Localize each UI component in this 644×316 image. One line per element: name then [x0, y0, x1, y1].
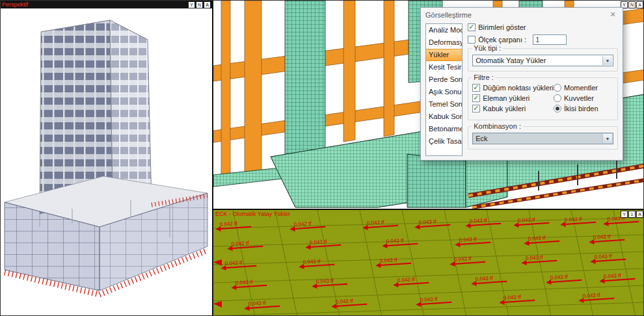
load-arrow: 0.042 tf — [294, 219, 331, 230]
load-arrow: 0.043 tf — [336, 296, 373, 307]
dialog-list-item[interactable]: Betonarme Tasar... — [426, 123, 462, 135]
filter-checkbox[interactable] — [472, 84, 480, 92]
viewport-control-icon[interactable]: Y — [621, 211, 628, 218]
filter-radio[interactable] — [554, 94, 561, 102]
dialog-titlebar[interactable]: Görselleştirme ✕ — [421, 8, 623, 21]
filter-radio-label: Kuvvetler — [564, 94, 594, 102]
load-arrow: 0.043 tf — [235, 278, 273, 288]
load-arrow: 0.043 tf — [316, 276, 353, 287]
filter-radio-column: MomentlerKuvvetlerİkisi birden — [554, 84, 613, 115]
load-arrow: 0.043 tf — [503, 293, 541, 303]
load-arrow: 0.043 tf — [386, 236, 423, 246]
filter-radio[interactable] — [554, 105, 561, 112]
load-arrow: 0.043 tf — [459, 235, 496, 245]
viewport-model-controls: YNA — [621, 1, 643, 8]
load-arrow: 0.043 tf — [454, 254, 491, 265]
load-type-label: Yük tipi : — [472, 44, 503, 52]
viewport-loads-controls: Y1A — [621, 211, 643, 218]
load-arrow: 0.043 tf — [310, 237, 347, 248]
load-type-group: Yük tipi : Otomatik Yatay Yükler ▾ — [468, 48, 618, 72]
load-arrow: 0.043 tf — [518, 215, 555, 226]
viewport-control-icon[interactable]: N — [196, 1, 203, 8]
filter-checkbox-column: Düğüm noktası yükleriEleman yükleriKabuk… — [472, 84, 554, 115]
load-arrow: 0.043 tf — [593, 232, 630, 243]
chevron-down-icon[interactable]: ▾ — [602, 134, 612, 143]
scale-factor-label: Ölçek çarpanı : — [478, 36, 526, 44]
viewport-control-icon[interactable]: Y — [188, 1, 195, 8]
load-arrow: 0.043 tf — [595, 252, 632, 262]
dialog-list-item[interactable]: Kabuk Sonuçları — [426, 111, 462, 123]
viewport-control-icon[interactable]: A — [204, 1, 211, 8]
app-window: Perspektif YNA — [0, 0, 644, 316]
filter-label: Filtre : — [472, 73, 496, 81]
viewport-control-icon[interactable]: N — [628, 1, 636, 8]
dialog-title: Görselleştirme — [425, 11, 472, 19]
viewport-loads[interactable]: 0.042 tf0.042 tf0.043 tf0.043 tf0.043 tf… — [213, 209, 644, 316]
filter-checkbox-label: Kabuk yükleri — [483, 105, 526, 112]
viewport-perspective-title: Perspektif — [2, 1, 28, 8]
show-units-checkbox[interactable] — [468, 23, 476, 31]
filter-group: Filtre : Düğüm noktası yükleriEleman yük… — [468, 77, 618, 120]
viewport-loads-title: ECK - Otomatik Yatay Yükler — [215, 211, 290, 217]
combination-value: Eck — [476, 135, 487, 142]
filter-checkbox[interactable] — [472, 105, 480, 112]
load-arrow: 0.043 tf — [565, 215, 602, 225]
load-arrow: 0.043 tf — [526, 253, 563, 263]
load-arrow: 0.043 tf — [397, 275, 435, 285]
load-arrow: 0.043 tf — [367, 218, 404, 228]
filter-checkbox-label: Düğüm noktası yükleri — [483, 84, 554, 92]
load-arrow: 0.043 tf — [528, 233, 565, 244]
load-arrow: 0.043 tf — [225, 258, 262, 269]
filter-radio-label: Momentler — [564, 84, 598, 92]
combination-label: Kombinasyon : — [472, 122, 523, 130]
viewport-perspective-titlebar: Perspektif YNA — [1, 1, 212, 8]
close-icon[interactable]: ✕ — [608, 10, 618, 19]
load-type-value: Otomatik Yatay Yükler — [476, 57, 546, 64]
viewport-control-icon[interactable]: 1 — [628, 211, 636, 218]
load-arrow: 0.043 tf — [303, 257, 340, 267]
load-arrow: 0.043 tf — [604, 271, 641, 282]
chevron-down-icon[interactable]: ▾ — [602, 56, 612, 65]
dialog-list-item[interactable]: Perde Sonuçları — [426, 73, 462, 86]
combination-group: Kombinasyon : Eck ▾ — [468, 126, 618, 150]
load-arrow: 0.043 tf — [419, 217, 456, 228]
dialog-list-item[interactable]: Deformasyon — [426, 36, 462, 49]
load-arrow: 0.042 tf — [232, 239, 269, 249]
load-arrows-layer: 0.042 tf0.042 tf0.043 tf0.043 tf0.043 tf… — [213, 210, 644, 316]
load-arrow: 0.043 tf — [380, 256, 417, 266]
filter-checkbox-label: Eleman yükleri — [483, 94, 530, 102]
dialog-list-item[interactable]: Yükler — [426, 49, 462, 61]
combination-dropdown[interactable]: Eck ▾ — [472, 133, 613, 144]
viewport-control-icon[interactable]: A — [636, 1, 643, 8]
dialog-list-item[interactable]: Kesit Tesirleri — [426, 61, 462, 73]
load-arrow: 0.043 tf — [583, 291, 620, 301]
viewport-perspective[interactable]: Perspektif YNA — [1, 1, 213, 316]
load-arrow: 0.043 tf — [470, 216, 507, 226]
viewport-perspective-controls: YNA — [188, 1, 211, 8]
load-arrow: 0.043 tf — [476, 274, 513, 284]
load-arrow: 0.043 tf — [248, 298, 286, 309]
visualization-dialog: Görselleştirme ✕ Analiz ModeliDeformasyo… — [420, 7, 623, 161]
filter-radio[interactable] — [554, 84, 561, 92]
viewport-control-icon[interactable]: A — [636, 211, 643, 218]
load-type-dropdown[interactable]: Otomatik Yatay Yükler ▾ — [472, 55, 613, 66]
show-units-label: Birimleri göster — [478, 23, 526, 31]
filter-radio-label: İkisi birden — [564, 105, 598, 112]
scale-factor-checkbox[interactable] — [468, 36, 476, 44]
dialog-list-item[interactable]: Çelik Tasarım — [426, 135, 462, 148]
load-arrow: 0.043 tf — [420, 295, 457, 305]
dialog-list-item[interactable]: Analiz Modeli — [426, 24, 462, 36]
building-3d-render — [1, 8, 213, 316]
load-arrow: 0.043 tf — [550, 272, 587, 283]
load-arrow: 0.042 tf — [220, 219, 257, 230]
filter-checkbox[interactable] — [472, 94, 480, 102]
dialog-category-list: Analiz ModeliDeformasyonYüklerKesit Tesi… — [425, 23, 463, 156]
scale-factor-input[interactable] — [533, 34, 567, 45]
dialog-list-item[interactable]: Temel Sonuçları — [426, 98, 462, 111]
dialog-list-item[interactable]: Aşık Sonuçları — [426, 86, 462, 98]
